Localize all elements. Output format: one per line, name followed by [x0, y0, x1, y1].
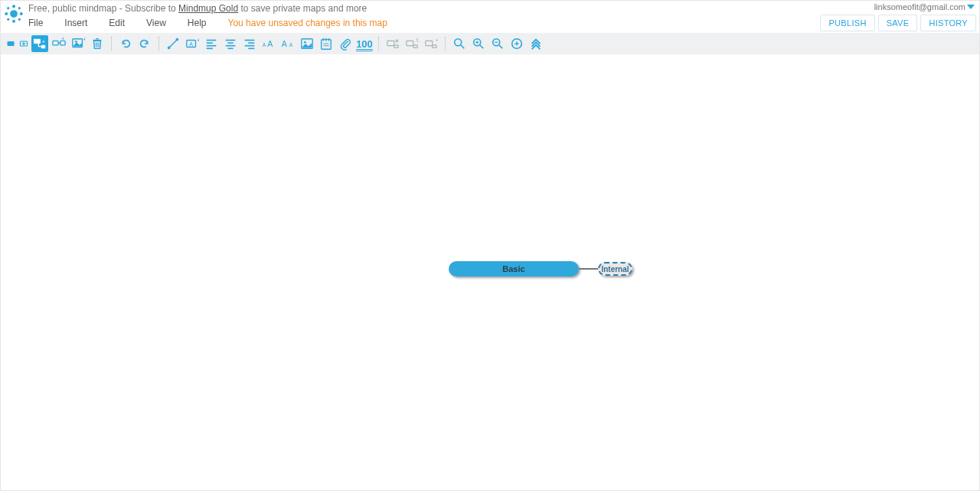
toolbar: + + + A+ AA AA 100 ↻ +	[1, 33, 979, 54]
unsaved-changes-label: You have unsaved changes in this map	[228, 18, 387, 28]
svg-rect-60	[387, 41, 394, 45]
hundred-icon[interactable]: 100	[356, 35, 373, 52]
svg-point-1	[12, 5, 15, 8]
svg-rect-62	[407, 41, 413, 45]
svg-line-75	[499, 45, 503, 49]
svg-text:+: +	[197, 37, 199, 44]
center-icon[interactable]	[508, 35, 525, 52]
image-icon[interactable]	[299, 35, 315, 52]
align-left-icon[interactable]	[203, 35, 220, 52]
svg-rect-14	[41, 45, 45, 49]
tagline-prefix: Free, public mindmap - Subscribe to	[28, 3, 178, 14]
zoom-in-icon[interactable]	[470, 35, 487, 52]
svg-text:+: +	[83, 37, 85, 43]
svg-rect-9	[8, 41, 15, 46]
separator	[378, 37, 379, 51]
svg-rect-67	[433, 45, 436, 48]
child-node-selected[interactable]: Internal	[598, 262, 632, 276]
insert-parent-icon[interactable]: +	[51, 35, 67, 52]
redo-icon[interactable]	[136, 35, 153, 52]
svg-point-68	[455, 39, 462, 46]
history-button[interactable]: HISTORY	[920, 15, 976, 31]
dropdown-triangle-icon	[967, 3, 975, 11]
align-center-icon[interactable]	[222, 35, 239, 52]
zoom-out-icon[interactable]	[489, 35, 506, 52]
add-sibling-icon[interactable]	[18, 35, 29, 52]
menu-view[interactable]: View	[146, 18, 166, 28]
svg-text:↻: ↻	[416, 37, 419, 44]
svg-point-5	[7, 7, 9, 9]
separator	[111, 37, 112, 51]
collapse-all-icon[interactable]	[528, 35, 544, 52]
account-email: linksomeofit@gmail.com	[874, 2, 965, 11]
delete-icon[interactable]	[89, 35, 106, 52]
publish-button[interactable]: PUBLISH	[820, 15, 874, 31]
svg-point-8	[18, 18, 21, 21]
undo-icon[interactable]	[117, 35, 134, 52]
app-logo-icon	[4, 4, 24, 24]
edit-line-icon[interactable]	[165, 35, 181, 52]
svg-rect-13	[34, 39, 41, 44]
svg-point-6	[18, 7, 21, 9]
svg-text:A: A	[263, 42, 266, 47]
tagline-suffix: to save private maps and more	[238, 3, 367, 14]
svg-rect-64	[413, 45, 417, 48]
gold-link[interactable]: Mindmup Gold	[178, 3, 238, 14]
right-button-group: PUBLISH SAVE HISTORY	[820, 15, 976, 31]
menu-edit[interactable]: Edit	[109, 18, 125, 28]
menu-insert[interactable]: Insert	[64, 18, 87, 28]
svg-line-71	[480, 45, 484, 49]
header-bar: Free, public mindmap - Subscribe to Mind…	[1, 1, 979, 31]
mindmap-canvas[interactable]: Basic Internal	[1, 54, 979, 490]
paste-disabled-icon: +	[423, 35, 439, 52]
svg-point-4	[20, 12, 23, 15]
svg-point-53	[304, 41, 306, 44]
attachment-icon[interactable]	[337, 35, 354, 52]
svg-text:A: A	[189, 41, 193, 47]
save-button[interactable]: SAVE	[878, 15, 918, 31]
search-icon[interactable]	[451, 35, 468, 52]
insert-child-icon[interactable]: +	[31, 35, 48, 52]
add-root-icon[interactable]	[5, 35, 16, 52]
align-right-icon[interactable]	[241, 35, 258, 52]
cut-disabled-icon	[384, 35, 401, 52]
svg-line-69	[461, 45, 465, 49]
svg-text:+: +	[61, 37, 64, 42]
svg-text:A: A	[267, 39, 273, 48]
node-connector	[579, 268, 598, 270]
separator	[158, 37, 159, 51]
separator	[445, 37, 446, 51]
tagline: Free, public mindmap - Subscribe to Mind…	[28, 3, 367, 14]
svg-point-0	[10, 10, 18, 18]
svg-text:+: +	[435, 37, 438, 44]
insert-image-icon[interactable]: +	[70, 35, 87, 52]
svg-point-3	[5, 12, 8, 15]
node-style-icon[interactable]: A+	[184, 35, 201, 52]
svg-line-32	[170, 41, 177, 47]
svg-rect-54	[322, 40, 332, 50]
note-icon[interactable]	[318, 35, 335, 52]
root-node[interactable]: Basic	[449, 261, 579, 277]
svg-text:A: A	[289, 42, 293, 47]
menu-file[interactable]: File	[28, 18, 43, 28]
copy-disabled-icon: ↻	[403, 35, 420, 52]
svg-rect-65	[426, 41, 433, 45]
svg-rect-61	[394, 45, 398, 48]
menu-help[interactable]: Help	[188, 18, 207, 28]
decrease-font-icon[interactable]: AA	[279, 35, 296, 52]
svg-point-2	[12, 20, 15, 23]
svg-point-7	[7, 18, 9, 21]
svg-text:A: A	[282, 39, 288, 48]
menu-bar: File Insert Edit View Help You have unsa…	[28, 18, 387, 28]
account-menu[interactable]: linksomeofit@gmail.com	[874, 2, 975, 11]
svg-rect-18	[53, 41, 58, 44]
increase-font-icon[interactable]: AA	[260, 35, 277, 52]
svg-text:+: +	[42, 38, 45, 45]
